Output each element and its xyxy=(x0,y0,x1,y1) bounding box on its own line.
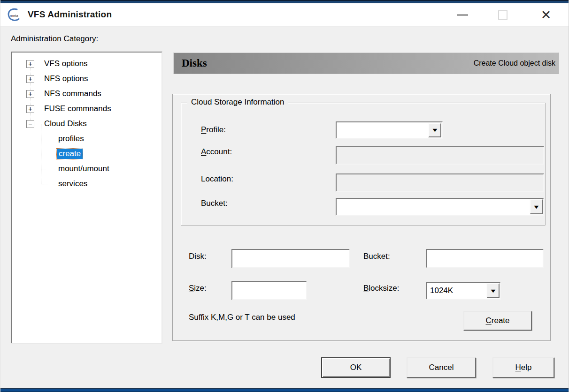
chevron-down-icon: ▼ xyxy=(532,204,540,210)
create-button[interactable]: Create xyxy=(463,311,532,331)
chevron-down-icon: ▼ xyxy=(431,128,438,133)
tree-item-label: Cloud Disks xyxy=(44,119,87,128)
bucket-dropdown-button[interactable]: ▼ xyxy=(530,199,543,214)
profile-label: Profile: xyxy=(201,125,226,135)
maximize-icon xyxy=(498,10,507,20)
ok-button[interactable]: OK xyxy=(321,357,391,378)
tree-item-fuse-commands[interactable]: + FUSE commnands xyxy=(12,101,161,116)
tree-connector-stub xyxy=(41,169,55,169)
disk-input[interactable] xyxy=(231,249,350,268)
app-logo-icon: meta xyxy=(6,8,23,23)
window-title: VFS Administration xyxy=(28,9,112,20)
titlebar: meta VFS Administration ✕ xyxy=(0,3,569,27)
tree-item-label: NFS options xyxy=(44,74,88,83)
account-field xyxy=(336,146,544,165)
profile-combobox[interactable]: ▼ xyxy=(336,121,443,139)
close-button[interactable]: ✕ xyxy=(536,3,556,27)
size-label: Size: xyxy=(189,284,207,293)
group-title: Cloud Storage Information xyxy=(187,98,288,107)
size-input[interactable] xyxy=(231,281,307,300)
panel-title: Disks xyxy=(182,57,207,69)
vfs-administration-window: meta VFS Administration ✕ Administration… xyxy=(0,0,569,392)
tree-item-label: NFS commands xyxy=(44,89,101,98)
account-label: Account: xyxy=(201,147,232,157)
tree-item-create[interactable]: create xyxy=(12,146,161,161)
bucket-name-label: Bucket: xyxy=(363,252,390,261)
bucket-combobox[interactable]: ▼ xyxy=(336,198,544,216)
expand-plus-icon[interactable]: + xyxy=(26,60,34,68)
tree-item-label: FUSE commnands xyxy=(44,104,111,113)
help-button[interactable]: Help xyxy=(492,357,554,378)
disk-label: Disk: xyxy=(189,252,207,261)
location-field xyxy=(336,173,544,192)
expand-plus-icon[interactable]: + xyxy=(26,105,34,113)
svg-text:meta: meta xyxy=(10,14,18,18)
blocksize-label: Blocksize: xyxy=(363,284,400,293)
tree-connector-stub xyxy=(34,124,41,124)
administration-category-tree: + VFS options + NFS options + NFS comman… xyxy=(11,52,162,344)
tree-item-cloud-disks[interactable]: − Cloud Disks xyxy=(12,116,161,131)
tree-item-label: VFS options xyxy=(44,59,88,68)
tree-connector-stub xyxy=(41,184,55,184)
expand-plus-icon[interactable]: + xyxy=(26,75,34,83)
tree-item-label: services xyxy=(58,179,87,188)
expand-plus-icon[interactable]: + xyxy=(26,90,34,98)
blocksize-combobox[interactable]: 1024K ▼ xyxy=(426,282,501,300)
blocksize-dropdown-button[interactable]: ▼ xyxy=(486,283,500,298)
suffix-note: Suffix K,M,G or T can be used xyxy=(189,313,295,322)
disks-panel: Cloud Storage Information Profile: ▼ Acc… xyxy=(172,94,551,341)
window-top-border xyxy=(0,0,569,3)
tree-item-label: profiles xyxy=(58,134,84,143)
chevron-down-icon: ▼ xyxy=(489,288,497,294)
tree-connector-stub xyxy=(34,79,41,79)
close-icon: ✕ xyxy=(541,9,552,22)
tree-item-profiles[interactable]: profiles xyxy=(12,131,161,146)
cloud-storage-information-group: Cloud Storage Information Profile: ▼ Acc… xyxy=(181,103,546,226)
bucket-name-input[interactable] xyxy=(426,249,544,268)
window-bottom-border xyxy=(0,388,569,392)
panel-subtitle: Create Cloud object disk xyxy=(474,59,555,68)
tree-item-label: mount/umount xyxy=(58,164,109,173)
tree-item-vfs-options[interactable]: + VFS options xyxy=(12,56,161,71)
tree-connector-stub xyxy=(34,94,41,94)
bucket-label: Bucket: xyxy=(201,199,228,208)
bucket-combobox-value xyxy=(337,199,529,215)
tree-item-nfs-commands[interactable]: + NFS commands xyxy=(12,86,161,101)
tree-item-nfs-options[interactable]: + NFS options xyxy=(12,71,161,86)
collapse-minus-icon[interactable]: − xyxy=(26,120,34,128)
location-label: Location: xyxy=(201,174,233,184)
cancel-button[interactable]: Cancel xyxy=(407,357,476,378)
maximize-button xyxy=(492,3,513,27)
administration-category-label: Administration Category: xyxy=(11,34,98,44)
blocksize-combobox-value: 1024K xyxy=(427,283,486,299)
tree-item-mount-umount[interactable]: mount/umount xyxy=(12,161,161,176)
tree-connector-stub xyxy=(34,64,41,64)
tree-item-services[interactable]: services xyxy=(12,176,161,191)
panel-header: Disks Create Cloud object disk xyxy=(173,53,559,74)
minimize-button[interactable] xyxy=(452,3,473,27)
tree-connector-stub xyxy=(34,109,41,109)
profile-combobox-value xyxy=(337,122,428,138)
minimize-icon xyxy=(457,15,468,15)
profile-dropdown-button[interactable]: ▼ xyxy=(428,123,441,137)
tree-connector-stub xyxy=(41,154,55,154)
footer-separator xyxy=(10,349,560,349)
tree-item-label-selected: create xyxy=(57,149,83,159)
tree-connector-stub xyxy=(41,139,55,139)
